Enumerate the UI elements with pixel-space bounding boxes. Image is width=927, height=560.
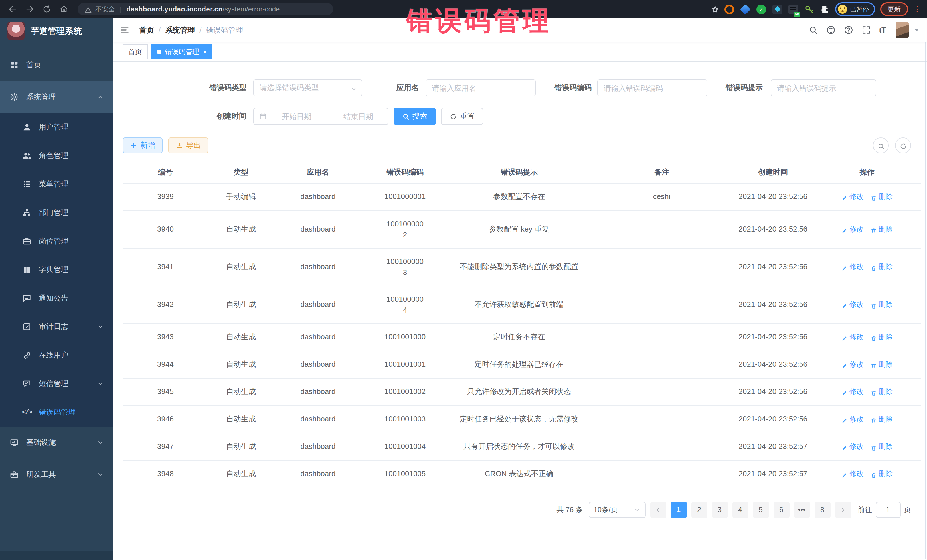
- sidebar-item-短信管理[interactable]: 短信管理: [0, 370, 113, 398]
- sidebar-item-首页[interactable]: 首页: [0, 49, 113, 81]
- error-msg-input[interactable]: [771, 80, 876, 96]
- tab-error-code[interactable]: 错误码管理 ×: [151, 44, 213, 59]
- sidebar-item-错误码管理[interactable]: </>错误码管理: [0, 398, 113, 426]
- edit-link[interactable]: 修改: [842, 300, 864, 310]
- sidebar-item-菜单管理[interactable]: 菜单管理: [0, 170, 113, 199]
- page-button-6[interactable]: 6: [773, 502, 789, 518]
- page-button-5[interactable]: 5: [753, 502, 769, 518]
- page-button-8[interactable]: 8: [815, 502, 830, 518]
- sidebar-item-审计日志[interactable]: 审计日志: [0, 313, 113, 341]
- app-logo-row[interactable]: 芋道管理系统: [0, 18, 113, 43]
- sidebar-item-字典管理[interactable]: 字典管理: [0, 255, 113, 284]
- page-button-2[interactable]: 2: [691, 502, 707, 518]
- jump-page-input[interactable]: [875, 502, 900, 518]
- reset-button[interactable]: 重置: [441, 108, 483, 125]
- ext-blue-gem-icon[interactable]: [740, 4, 751, 15]
- table-row[interactable]: 3946自动生成dashboard1001001003定时任务已经处于该状态，无…: [123, 406, 921, 433]
- chrome-update-button[interactable]: 更新: [880, 2, 908, 16]
- table-row[interactable]: 3944自动生成dashboard1001001001定时任务的处理器已经存在2…: [123, 351, 921, 379]
- ext-green-check-icon[interactable]: ✓: [757, 4, 766, 14]
- table-row[interactable]: 3948自动生成dashboard1001001005CRON 表达式不正确20…: [123, 461, 921, 488]
- edit-link[interactable]: 修改: [842, 262, 864, 272]
- address-bar[interactable]: 不安全 | dashboard.yudao.iocoder.cn/system/…: [78, 3, 333, 15]
- ext-blue-diamond-icon[interactable]: [772, 4, 782, 14]
- page-size-select[interactable]: 10条/页: [588, 502, 646, 518]
- sidebar-item-角色管理[interactable]: 角色管理: [0, 141, 113, 170]
- start-date-input[interactable]: [267, 112, 326, 121]
- edit-link[interactable]: 修改: [842, 387, 864, 397]
- tab-close-icon[interactable]: ×: [203, 49, 207, 55]
- next-page-button[interactable]: [835, 502, 851, 518]
- help-icon[interactable]: [843, 25, 853, 35]
- page-ellipsis-button[interactable]: •••: [794, 502, 810, 518]
- hamburger-icon[interactable]: [120, 25, 129, 35]
- delete-link[interactable]: 删除: [871, 300, 893, 310]
- home-icon[interactable]: [59, 5, 68, 14]
- back-icon[interactable]: [8, 5, 17, 14]
- edit-link[interactable]: 修改: [842, 192, 864, 202]
- table-row[interactable]: 3939手动编辑dashboard1001000001参数配置不存在ceshi2…: [123, 184, 921, 211]
- date-range-picker[interactable]: -: [253, 108, 389, 125]
- sidebar-item-研发工具[interactable]: 研发工具: [0, 458, 113, 490]
- reload-icon[interactable]: [42, 5, 51, 14]
- delete-link[interactable]: 删除: [871, 332, 893, 343]
- ext-onetab-icon[interactable]: on: [789, 4, 798, 14]
- sidebar-item-系统管理[interactable]: 系统管理: [0, 81, 113, 113]
- table-row[interactable]: 3945自动生成dashboard1001001002只允许修改为开启或者关闭状…: [123, 379, 921, 406]
- avatar-caret-icon[interactable]: [915, 29, 919, 31]
- edit-link[interactable]: 修改: [842, 332, 864, 343]
- end-date-input[interactable]: [328, 112, 388, 121]
- breadcrumb-home[interactable]: 首页: [139, 25, 154, 35]
- sidebar-item-通知公告[interactable]: 通知公告: [0, 284, 113, 313]
- table-row[interactable]: 3940自动生成dashboard1001000002参数配置 key 重复20…: [123, 211, 921, 249]
- delete-link[interactable]: 删除: [871, 262, 893, 272]
- page-scrollbar[interactable]: [925, 18, 926, 559]
- fullscreen-icon[interactable]: [861, 25, 871, 35]
- table-row[interactable]: 3943自动生成dashboard1001001000定时任务不存在2021-0…: [123, 324, 921, 351]
- ext-orange-ring-icon[interactable]: [725, 4, 734, 14]
- sidebar-collapse-bar[interactable]: [0, 551, 113, 560]
- forward-icon[interactable]: [25, 5, 34, 14]
- table-row[interactable]: 3941自动生成dashboard1001000003不能删除类型为系统内置的参…: [123, 249, 921, 286]
- delete-link[interactable]: 删除: [871, 192, 893, 202]
- page-button-1[interactable]: 1: [670, 502, 687, 518]
- table-row[interactable]: 3947自动生成dashboard1001001004只有开启状态的任务，才可以…: [123, 433, 921, 461]
- sidebar-item-用户管理[interactable]: 用户管理: [0, 113, 113, 141]
- sidebar-item-在线用户[interactable]: 在线用户: [0, 341, 113, 370]
- font-size-icon[interactable]: tT: [879, 26, 886, 34]
- page-button-4[interactable]: 4: [732, 502, 748, 518]
- user-avatar[interactable]: [896, 22, 909, 38]
- search-button[interactable]: 搜索: [394, 108, 436, 125]
- error-type-select[interactable]: 请选择错误码类型: [253, 79, 362, 96]
- add-button[interactable]: 新增: [123, 137, 163, 153]
- delete-link[interactable]: 删除: [871, 442, 893, 452]
- delete-link[interactable]: 删除: [871, 225, 893, 235]
- edit-link[interactable]: 修改: [842, 225, 864, 235]
- tab-home[interactable]: 首页: [123, 44, 148, 59]
- edit-link[interactable]: 修改: [842, 360, 864, 370]
- bookmark-star-icon[interactable]: [711, 5, 719, 14]
- browser-menu-icon[interactable]: [913, 5, 921, 14]
- page-button-3[interactable]: 3: [712, 502, 728, 518]
- table-row[interactable]: 3942自动生成dashboard1001000004不允许获取敏感配置到前端2…: [123, 286, 921, 324]
- delete-link[interactable]: 删除: [871, 387, 893, 397]
- export-button[interactable]: 导出: [168, 137, 208, 153]
- delete-link[interactable]: 删除: [871, 469, 893, 479]
- ext-puzzle-icon[interactable]: [820, 4, 830, 14]
- edit-link[interactable]: 修改: [842, 469, 864, 479]
- browser-profile-chip[interactable]: 已暂停: [835, 2, 875, 16]
- search-icon[interactable]: [808, 25, 818, 35]
- delete-link[interactable]: 删除: [871, 360, 893, 370]
- github-icon[interactable]: [826, 25, 836, 35]
- sidebar-item-部门管理[interactable]: 部门管理: [0, 199, 113, 227]
- edit-link[interactable]: 修改: [842, 414, 864, 425]
- refresh-table-button[interactable]: [895, 137, 911, 153]
- edit-link[interactable]: 修改: [842, 442, 864, 452]
- toggle-search-button[interactable]: [873, 137, 889, 153]
- ext-key-icon[interactable]: [804, 4, 814, 14]
- sidebar-item-基础设施[interactable]: 基础设施: [0, 426, 113, 458]
- sidebar-item-岗位管理[interactable]: 岗位管理: [0, 227, 113, 255]
- delete-link[interactable]: 删除: [871, 414, 893, 425]
- error-code-input[interactable]: [598, 80, 707, 96]
- app-name-input[interactable]: [426, 80, 535, 96]
